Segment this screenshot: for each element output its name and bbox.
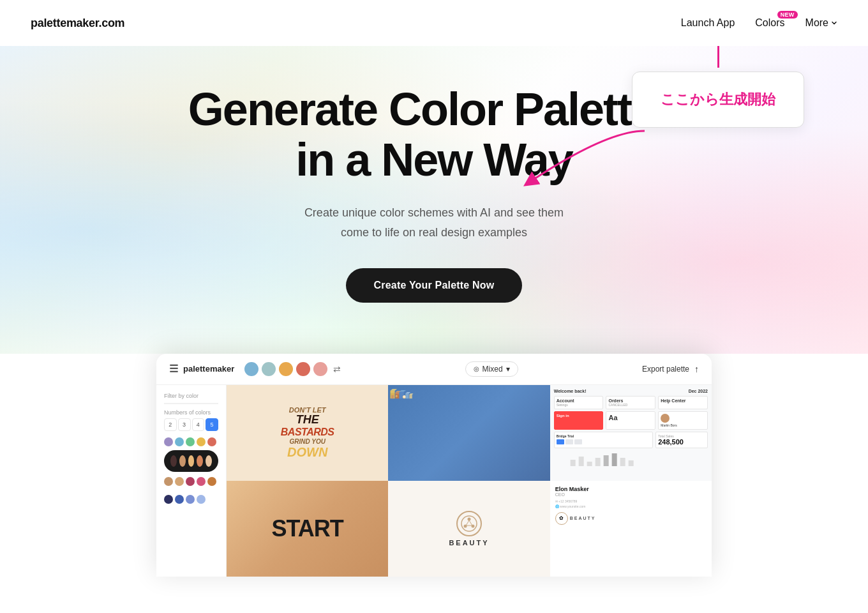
elon-email: ✉ +12 3456789	[555, 499, 707, 503]
card-4-text: START	[272, 515, 343, 542]
sidebar-swatch-4[interactable]	[197, 437, 206, 446]
preview-swatches: ⇄	[244, 362, 341, 376]
num-btn-4[interactable]: 4	[192, 418, 205, 431]
shuffle-icon[interactable]: ⇄	[333, 364, 341, 374]
dash-bars	[554, 450, 708, 466]
swatch-2[interactable]	[262, 362, 276, 376]
dash-welcome: Welcome back!	[554, 389, 587, 393]
card-business: Elon Masker CEO ✉ +12 3456789 🌐 www.your…	[550, 481, 712, 577]
swatch-5[interactable]	[313, 362, 327, 376]
preview-logo: ☰ palettemaker	[169, 363, 234, 375]
sidebar-swatch-b5[interactable]	[207, 477, 216, 486]
card-isometric	[388, 385, 550, 481]
dash-box-orders: Orders CANCELLED	[606, 396, 655, 409]
svg-rect-13	[410, 395, 412, 398]
sidebar-swatch-3[interactable]	[186, 437, 195, 446]
beauty-logo-row: ✿ BEAUTY	[555, 512, 707, 525]
export-button[interactable]: Export palette	[642, 365, 689, 374]
mixed-dropdown[interactable]: ◎ Mixed ▾	[465, 361, 518, 377]
svg-point-16	[396, 395, 397, 396]
upload-icon[interactable]: ↑	[694, 364, 699, 374]
beauty-text-small: BEAUTY	[570, 516, 596, 520]
num-btn-3[interactable]: 3	[178, 418, 191, 431]
swatch-3[interactable]	[279, 362, 293, 376]
sidebar-swatch-b4[interactable]	[197, 477, 206, 486]
card-typography: DON'T LET the Bastards GRIND YOU Down	[227, 385, 388, 481]
sidebar-swatch-5[interactable]	[207, 437, 216, 446]
more-link[interactable]: More	[805, 17, 837, 29]
sidebar-swatches-row2	[164, 477, 218, 486]
svg-rect-19	[578, 457, 583, 466]
sidebar-swatch-b2[interactable]	[175, 477, 184, 486]
hero-bg-container: Generate Color Palettes in a New Way Cre…	[0, 46, 868, 354]
card-beauty: BEAUTY	[388, 481, 550, 577]
num-btn-2[interactable]: 2	[164, 418, 177, 431]
sidebar-palette-preview[interactable]	[164, 450, 218, 472]
svg-rect-20	[587, 462, 592, 466]
preview-wrapper: ☰ palettemaker ⇄ ◎ Mixed ▾	[0, 354, 868, 577]
svg-marker-14	[410, 393, 414, 395]
beauty-logo-circle	[456, 511, 482, 536]
spacer	[164, 490, 218, 495]
svg-rect-23	[611, 453, 617, 466]
navbar: palettemaker.com Launch App Colors NEW M…	[0, 0, 868, 46]
dash-box-help: Help Center	[658, 396, 708, 409]
dash-avatar: Martin Bors	[658, 411, 708, 430]
card-start: START	[227, 481, 388, 577]
annotation-tooltip: ここから生成開始	[632, 72, 804, 128]
dash-date: Dec 2022	[689, 389, 708, 393]
chevron-icon: ▾	[506, 365, 510, 374]
beauty-logo-svg	[460, 514, 479, 533]
svg-marker-2	[391, 389, 398, 391]
eye-icon: ◎	[474, 365, 479, 372]
svg-point-17	[397, 395, 398, 396]
svg-point-9	[403, 395, 406, 398]
beauty-label: BEAUTY	[449, 539, 489, 547]
sidebar-swatch-1[interactable]	[164, 437, 173, 446]
num-btn-5[interactable]: 5	[206, 418, 218, 431]
pal-swatch-3	[188, 455, 195, 467]
svg-rect-4	[396, 392, 400, 394]
isometric-art	[388, 385, 415, 404]
new-badge: NEW	[777, 11, 798, 19]
pal-swatch-5	[206, 455, 212, 467]
sidebar-swatch-2[interactable]	[175, 437, 184, 446]
preview-sidebar: Filter by color Numbers of colors 2 3 4 …	[156, 385, 227, 577]
pal-swatch-1	[170, 455, 177, 467]
sidebar-swatch-c1[interactable]	[164, 495, 173, 504]
preview-right-controls: Export palette ↑	[642, 364, 699, 374]
svg-rect-24	[620, 458, 625, 466]
pal-swatch-2	[179, 455, 186, 467]
sidebar-swatch-b1[interactable]	[164, 477, 173, 486]
hero-section: Generate Color Palettes in a New Way Cre…	[0, 46, 868, 577]
nav-links: Launch App Colors NEW More	[681, 17, 837, 29]
site-logo[interactable]: palettemaker.com	[31, 17, 124, 30]
preview-body: Filter by color Numbers of colors 2 3 4 …	[156, 385, 712, 577]
create-palette-button[interactable]: Create Your Palette Now	[346, 268, 523, 303]
dash-chart	[554, 450, 708, 466]
sidebar-swatches-row1	[164, 437, 218, 446]
preview-main-grid: DON'T LET the Bastards GRIND YOU Down	[227, 385, 712, 577]
pal-swatch-4	[197, 455, 203, 467]
svg-rect-12	[392, 395, 394, 398]
preview-center: ◎ Mixed ▾	[351, 361, 632, 377]
sidebar-swatch-b3[interactable]	[186, 477, 195, 486]
chevron-down-icon	[831, 20, 837, 26]
sidebar-swatch-c4[interactable]	[197, 495, 206, 504]
dash-row-2: Sign in Aa Martin Bors	[554, 411, 708, 430]
svg-rect-1	[391, 390, 395, 393]
svg-rect-22	[603, 455, 608, 466]
elon-name: Elon Masker	[555, 486, 707, 492]
launch-app-link[interactable]: Launch App	[681, 17, 735, 29]
swatch-4[interactable]	[296, 362, 310, 376]
num-colors-label: Numbers of colors	[164, 409, 218, 416]
sidebar-swatches-row3	[164, 495, 218, 504]
swatch-1[interactable]	[244, 362, 258, 376]
colors-link[interactable]: Colors NEW	[755, 17, 784, 29]
sidebar-swatch-c3[interactable]	[186, 495, 195, 504]
sidebar-swatch-c2[interactable]	[175, 495, 184, 504]
dash-total: Total Sales 248,500	[655, 432, 708, 448]
filter-divider	[164, 403, 218, 404]
dash-bridge: Bridge Trial	[554, 432, 654, 448]
dash-stat-value: 248,500	[658, 438, 705, 446]
